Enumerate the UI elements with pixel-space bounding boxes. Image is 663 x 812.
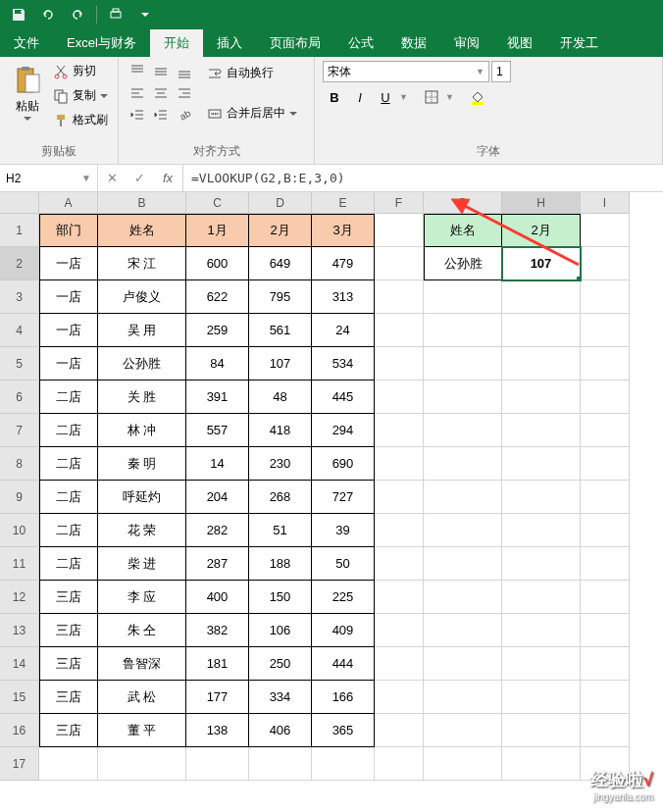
row-header-8[interactable]: 8 bbox=[0, 447, 39, 481]
print-preview-icon[interactable] bbox=[105, 4, 127, 25]
cell-F3[interactable] bbox=[375, 280, 424, 314]
cell-D11[interactable]: 188 bbox=[249, 547, 312, 581]
cell-H15[interactable] bbox=[502, 681, 581, 714]
cell-C15[interactable]: 177 bbox=[186, 681, 249, 714]
cell-H5[interactable] bbox=[502, 347, 581, 381]
row-header-3[interactable]: 3 bbox=[0, 280, 39, 314]
cell-F9[interactable] bbox=[375, 481, 424, 514]
cell-G9[interactable] bbox=[424, 481, 502, 514]
cell-E15[interactable]: 166 bbox=[312, 681, 375, 714]
cell-F6[interactable] bbox=[375, 381, 424, 414]
cell-G13[interactable] bbox=[424, 614, 502, 647]
cell-H11[interactable] bbox=[502, 547, 581, 581]
cell-I14[interactable] bbox=[581, 647, 630, 681]
cell-C12[interactable]: 400 bbox=[186, 581, 249, 614]
cell-G17[interactable] bbox=[424, 747, 502, 781]
wrap-text-button[interactable]: 自动换行 bbox=[203, 63, 301, 83]
col-header-D[interactable]: D bbox=[249, 192, 312, 214]
cell-A11[interactable]: 二店 bbox=[39, 547, 98, 581]
cell-B3[interactable]: 卢俊义 bbox=[98, 280, 186, 314]
cell-E1[interactable]: 3月 bbox=[312, 214, 375, 247]
cell-B11[interactable]: 柴 进 bbox=[98, 547, 186, 581]
font-size-select[interactable]: 1 bbox=[491, 61, 511, 82]
cell-D16[interactable]: 406 bbox=[249, 714, 312, 747]
fill-color-button[interactable] bbox=[466, 86, 489, 108]
row-header-15[interactable]: 15 bbox=[0, 681, 39, 714]
cell-B17[interactable] bbox=[98, 747, 186, 781]
cell-E12[interactable]: 225 bbox=[312, 581, 375, 614]
cell-F11[interactable] bbox=[375, 547, 424, 581]
tab-formulas[interactable]: 公式 bbox=[334, 29, 387, 57]
row-header-17[interactable]: 17 bbox=[0, 747, 39, 781]
cell-E11[interactable]: 50 bbox=[312, 547, 375, 581]
cell-C13[interactable]: 382 bbox=[186, 614, 249, 647]
select-all-corner[interactable] bbox=[0, 192, 39, 214]
cell-I6[interactable] bbox=[581, 381, 630, 414]
cell-B14[interactable]: 鲁智深 bbox=[98, 647, 186, 681]
cell-G3[interactable] bbox=[424, 280, 502, 314]
cell-G12[interactable] bbox=[424, 581, 502, 614]
align-right-button[interactable] bbox=[174, 82, 195, 104]
undo-icon[interactable] bbox=[37, 4, 59, 25]
cell-F16[interactable] bbox=[375, 714, 424, 747]
cell-F2[interactable] bbox=[375, 247, 424, 280]
cell-C3[interactable]: 622 bbox=[186, 280, 249, 314]
cell-E16[interactable]: 365 bbox=[312, 714, 375, 747]
cell-D9[interactable]: 268 bbox=[249, 481, 312, 514]
orientation-button[interactable]: ab bbox=[174, 104, 195, 126]
cell-D8[interactable]: 230 bbox=[249, 447, 312, 481]
copy-button[interactable]: 复制 bbox=[51, 85, 110, 106]
bold-button[interactable]: B bbox=[323, 86, 346, 108]
cell-B10[interactable]: 花 荣 bbox=[98, 514, 186, 547]
cell-E10[interactable]: 39 bbox=[312, 514, 375, 547]
cell-G8[interactable] bbox=[424, 447, 502, 481]
cell-I10[interactable] bbox=[581, 514, 630, 547]
cell-I13[interactable] bbox=[581, 614, 630, 647]
cell-C2[interactable]: 600 bbox=[186, 247, 249, 280]
cell-B7[interactable]: 林 冲 bbox=[98, 414, 186, 447]
row-header-16[interactable]: 16 bbox=[0, 714, 39, 747]
border-button[interactable] bbox=[420, 86, 443, 108]
cell-B6[interactable]: 关 胜 bbox=[98, 381, 186, 414]
cell-B12[interactable]: 李 应 bbox=[98, 581, 186, 614]
cell-G5[interactable] bbox=[424, 347, 502, 381]
cell-C11[interactable]: 287 bbox=[186, 547, 249, 581]
row-header-13[interactable]: 13 bbox=[0, 614, 39, 647]
tab-home[interactable]: 开始 bbox=[150, 29, 203, 57]
cell-G16[interactable] bbox=[424, 714, 502, 747]
cell-D2[interactable]: 649 bbox=[249, 247, 312, 280]
cell-E7[interactable]: 294 bbox=[312, 414, 375, 447]
cell-G10[interactable] bbox=[424, 514, 502, 547]
cell-A6[interactable]: 二店 bbox=[39, 381, 98, 414]
cell-A5[interactable]: 一店 bbox=[39, 347, 98, 381]
cell-I15[interactable] bbox=[581, 681, 630, 714]
cell-H10[interactable] bbox=[502, 514, 581, 547]
cell-C10[interactable]: 282 bbox=[186, 514, 249, 547]
align-middle-button[interactable] bbox=[150, 61, 172, 82]
cell-H17[interactable] bbox=[502, 747, 581, 781]
cell-A9[interactable]: 二店 bbox=[39, 481, 98, 514]
cell-I3[interactable] bbox=[581, 280, 630, 314]
underline-button[interactable]: U bbox=[374, 86, 397, 108]
cell-H2[interactable]: 107 bbox=[502, 247, 581, 280]
cell-A7[interactable]: 二店 bbox=[39, 414, 98, 447]
redo-icon[interactable] bbox=[67, 4, 88, 25]
cell-E8[interactable]: 690 bbox=[312, 447, 375, 481]
cell-A3[interactable]: 一店 bbox=[39, 280, 98, 314]
cell-B16[interactable]: 董 平 bbox=[98, 714, 186, 747]
cell-H16[interactable] bbox=[502, 714, 581, 747]
cell-F4[interactable] bbox=[375, 314, 424, 347]
cell-D6[interactable]: 48 bbox=[249, 381, 312, 414]
cell-E2[interactable]: 479 bbox=[312, 247, 375, 280]
cell-I16[interactable] bbox=[581, 714, 630, 747]
col-header-B[interactable]: B bbox=[98, 192, 186, 214]
cell-D17[interactable] bbox=[249, 747, 312, 781]
cell-D14[interactable]: 250 bbox=[249, 647, 312, 681]
cell-F12[interactable] bbox=[375, 581, 424, 614]
cell-D1[interactable]: 2月 bbox=[249, 214, 312, 247]
indent-decrease-button[interactable] bbox=[127, 104, 148, 126]
row-header-11[interactable]: 11 bbox=[0, 547, 39, 581]
cell-I8[interactable] bbox=[581, 447, 630, 481]
cell-G11[interactable] bbox=[424, 547, 502, 581]
cell-H4[interactable] bbox=[502, 314, 581, 347]
